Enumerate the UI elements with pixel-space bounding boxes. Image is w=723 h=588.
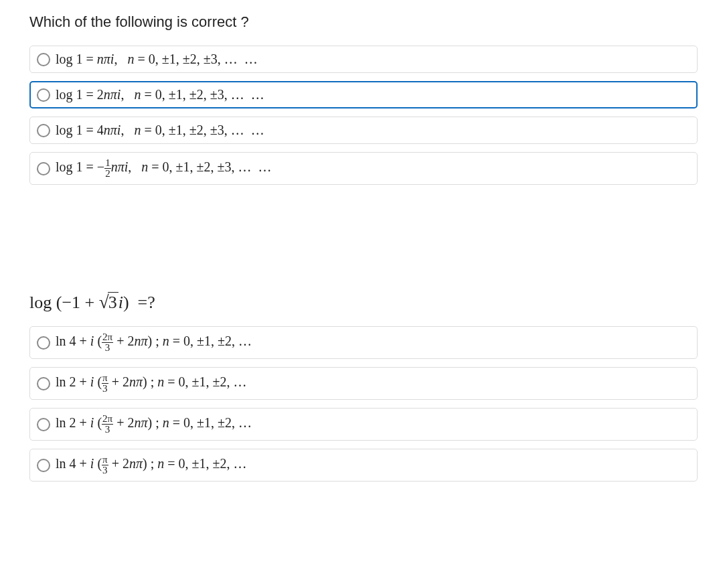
q2-option-4-label: ln 4 + i (π3 + 2nπ) ; n = 0, ±1, ±2, … xyxy=(56,455,246,475)
question-1-prompt: Which of the following is correct ? xyxy=(29,13,698,31)
radio-icon xyxy=(37,88,50,102)
q1-option-2[interactable]: log 1 = 2nπi, n = 0, ±1, ±2, ±3, … … xyxy=(29,81,698,108)
radio-icon xyxy=(37,336,50,350)
question-2-prompt: log (−1 + √3i) =? xyxy=(29,292,698,313)
q1-option-4-label: log 1 = −12nπi, n = 0, ±1, ±2, ±3, … … xyxy=(56,158,271,179)
question-1-options: log 1 = nπi, n = 0, ±1, ±2, ±3, … … log … xyxy=(29,46,698,185)
radio-icon xyxy=(37,377,50,390)
radio-icon xyxy=(37,124,50,137)
q2-option-3[interactable]: ln 2 + i (2π3 + 2nπ) ; n = 0, ±1, ±2, … xyxy=(29,408,698,441)
page: Which of the following is correct ? log … xyxy=(0,0,723,482)
q2-option-2[interactable]: ln 2 + i (π3 + 2nπ) ; n = 0, ±1, ±2, … xyxy=(29,367,698,400)
q1-option-3-label: log 1 = 4nπi, n = 0, ±1, ±2, ±3, … … xyxy=(56,123,264,138)
q1-option-2-label: log 1 = 2nπi, n = 0, ±1, ±2, ±3, … … xyxy=(56,87,264,102)
q1-option-3[interactable]: log 1 = 4nπi, n = 0, ±1, ±2, ±3, … … xyxy=(29,117,698,144)
q2-option-1-label: ln 4 + i (2π3 + 2nπ) ; n = 0, ±1, ±2, … xyxy=(56,332,252,353)
q2-option-1[interactable]: ln 4 + i (2π3 + 2nπ) ; n = 0, ±1, ±2, … xyxy=(29,326,698,359)
q2-option-3-label: ln 2 + i (2π3 + 2nπ) ; n = 0, ±1, ±2, … xyxy=(56,414,252,435)
q1-option-4[interactable]: log 1 = −12nπi, n = 0, ±1, ±2, ±3, … … xyxy=(29,152,698,185)
radio-icon xyxy=(37,418,50,431)
q1-option-1[interactable]: log 1 = nπi, n = 0, ±1, ±2, ±3, … … xyxy=(29,46,698,73)
radio-icon xyxy=(37,53,50,66)
q2-option-2-label: ln 2 + i (π3 + 2nπ) ; n = 0, ±1, ±2, … xyxy=(56,373,246,394)
radio-icon xyxy=(37,162,50,175)
question-2-options: ln 4 + i (2π3 + 2nπ) ; n = 0, ±1, ±2, … … xyxy=(29,326,698,482)
q2-option-4[interactable]: ln 4 + i (π3 + 2nπ) ; n = 0, ±1, ±2, … xyxy=(29,449,698,482)
radio-icon xyxy=(37,459,50,472)
q1-option-1-label: log 1 = nπi, n = 0, ±1, ±2, ±3, … … xyxy=(56,52,258,67)
